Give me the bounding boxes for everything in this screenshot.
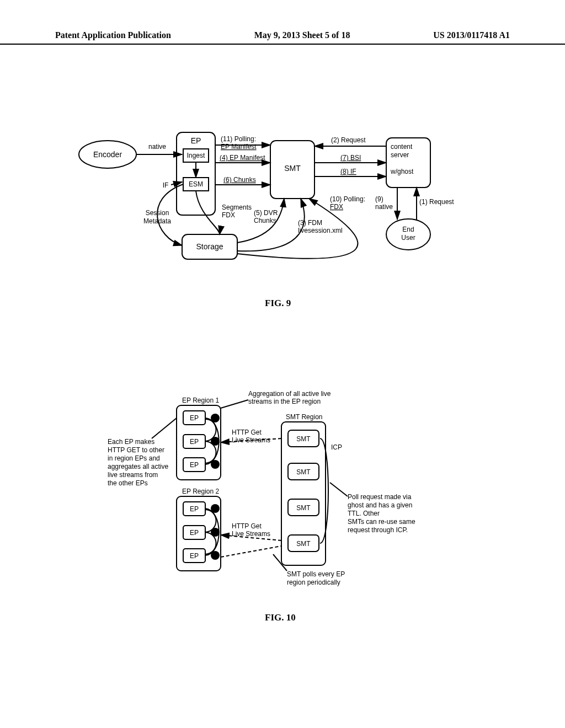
e4: (4) EP Manifest	[220, 154, 265, 162]
svg-text:region periodically: region periodically	[287, 579, 340, 586]
e1: (1) Request	[419, 198, 454, 206]
svg-text:SMT polls every EP: SMT polls every EP	[287, 570, 345, 578]
e8: (8) IF	[340, 168, 356, 175]
svg-text:EP: EP	[190, 552, 199, 560]
fig9-svg: Encoder EP Ingest ESM native IF Session …	[0, 94, 565, 325]
e9b: native	[375, 203, 393, 211]
smt-label: SMT	[284, 164, 301, 173]
e9: (9)	[375, 195, 383, 203]
svg-text:Live Streams: Live Streams	[232, 530, 270, 538]
e2: (2) Request	[331, 136, 366, 144]
header: Patent Application Publication May 9, 20…	[0, 30, 565, 45]
user-label: User	[401, 234, 415, 242]
svg-text:ghost and has a given: ghost and has a given	[348, 501, 412, 509]
svg-text:EP: EP	[190, 414, 199, 422]
svg-text:request through ICP.: request through ICP.	[348, 526, 408, 534]
live: livesession.xml	[298, 227, 343, 234]
e11b: EP Manifest	[221, 143, 257, 151]
dvr5: (5) DVR	[254, 209, 278, 217]
encoder-label: Encoder	[93, 150, 122, 159]
content-label: content	[391, 143, 413, 151]
page: Patent Application Publication May 9, 20…	[0, 0, 565, 728]
fig10-caption: FIG. 10	[265, 612, 296, 623]
storage-label: Storage	[196, 242, 223, 251]
svg-text:SMT: SMT	[296, 435, 311, 443]
e7: (7) BSI	[340, 154, 361, 162]
svg-text:SMT: SMT	[296, 468, 311, 476]
svg-line-52	[221, 546, 281, 557]
r2: EP Region 2	[182, 488, 219, 495]
fdm3: (3) FDM	[298, 219, 322, 227]
svg-text:HTTP Get: HTTP Get	[232, 429, 262, 436]
smt-region: SMT Region	[286, 413, 322, 421]
chunks-label: Chunks	[254, 217, 276, 224]
svg-text:aggregates all active: aggregates all active	[108, 463, 168, 470]
seg: Segments	[222, 204, 252, 211]
wghost-label: w/ghost	[390, 168, 414, 175]
svg-text:the other EPs: the other EPs	[108, 479, 148, 487]
header-right: US 2013/0117418 A1	[433, 30, 510, 40]
native-label: native	[148, 143, 166, 151]
svg-text:TTL.  Other: TTL. Other	[348, 510, 380, 517]
svg-line-63	[330, 483, 348, 496]
agg2: streams in the EP region	[248, 398, 321, 405]
svg-text:SMT: SMT	[296, 504, 311, 512]
svg-text:EP: EP	[190, 529, 199, 537]
header-left: Patent Application Publication	[55, 30, 171, 40]
fig9-caption: FIG. 9	[265, 298, 291, 309]
svg-text:HTTP Get: HTTP Get	[232, 522, 262, 530]
agg: Aggregation of all active live	[248, 390, 331, 398]
svg-text:Live Streams: Live Streams	[232, 436, 270, 444]
svg-line-56	[152, 418, 177, 438]
header-center: May 9, 2013 Sheet 5 of 18	[254, 30, 350, 40]
e10: (10) Polling:	[330, 195, 365, 203]
if-label: IF	[163, 181, 169, 189]
icp: ICP	[331, 443, 342, 451]
end-label: End	[402, 226, 414, 233]
svg-line-55	[221, 400, 248, 408]
svg-text:HTTP GET to other: HTTP GET to other	[108, 446, 164, 454]
fdx1: FDX	[222, 211, 235, 219]
svg-text:EP: EP	[190, 505, 199, 513]
svg-text:SMTs can re-use same: SMTs can re-use same	[348, 518, 415, 526]
fig10-svg: EP Region 1 EP EP EP EP Region 2 EP EP E…	[0, 375, 565, 634]
svg-text:Poll request made via: Poll request made via	[348, 493, 412, 501]
svg-text:Each EP makes: Each EP makes	[108, 438, 154, 446]
ingest-label: Ingest	[187, 152, 205, 159]
esm-label: ESM	[189, 180, 203, 188]
svg-text:EP: EP	[190, 438, 199, 446]
svg-text:in region EPs and: in region EPs and	[108, 454, 160, 462]
e10b: FDX	[330, 203, 343, 211]
ep-label: EP	[191, 136, 201, 145]
e11: (11) Polling:	[221, 135, 256, 143]
e6: (6) Chunks	[223, 176, 256, 184]
svg-text:EP: EP	[190, 461, 199, 469]
svg-text:live streams from: live streams from	[108, 471, 158, 479]
svg-text:SMT: SMT	[296, 540, 311, 548]
server-label: server	[391, 151, 409, 159]
r1: EP Region 1	[182, 397, 219, 404]
